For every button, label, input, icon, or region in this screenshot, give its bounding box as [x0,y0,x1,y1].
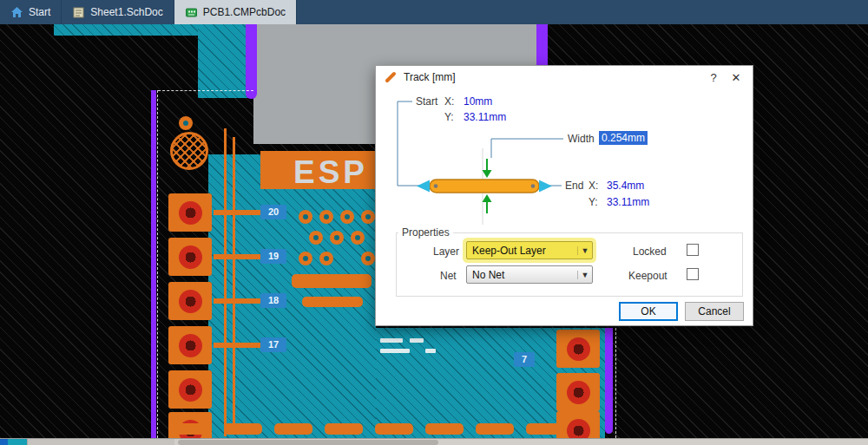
copper-trace [214,298,262,304]
copper-trace [224,128,227,436]
layer-label: Layer [433,245,459,258]
edge-pad [526,423,564,435]
start-x-value[interactable]: 10mm [464,95,492,108]
horizontal-scrollbar[interactable] [0,438,868,445]
via[interactable] [330,231,344,245]
tab-label: PCB1.CMPcbDoc [203,6,286,18]
silkscreen-mark [425,349,436,353]
via[interactable] [361,252,375,265]
net-dropdown[interactable]: No Net ▼ [466,265,593,284]
edge-pad [274,423,312,435]
pin-number-tag[interactable]: 19 [260,249,286,264]
keepout-track-vertical [536,24,548,68]
via[interactable] [299,252,312,265]
end-x-label: X: [589,180,598,192]
through-hole-pad[interactable] [168,370,212,409]
copper-pad-rect [292,274,372,288]
through-hole-pad[interactable] [168,282,212,320]
schematic-doc-icon [72,6,85,19]
silkscreen-text: ESP [293,154,368,191]
width-label: Width [568,133,595,145]
track-icon [385,71,397,83]
start-x-label: X: [444,95,454,108]
net-label: Net [440,270,457,282]
via[interactable] [319,210,333,224]
copper-trace [214,343,262,348]
end-y-label: Y: [589,196,598,208]
copper-trace [214,254,262,259]
copper-trace [233,137,235,432]
width-value[interactable]: 0.254mm [599,131,648,145]
tab-pcb1-cmpcbdoc[interactable]: PCB1.CMPcbDoc [174,0,297,24]
pin-number-tag[interactable]: 17 [260,337,286,352]
keepout-label: Keepout [628,270,667,282]
silkscreen-mark [380,338,403,343]
track-properties-dialog: Track [mm] ? ✕ [375,65,753,326]
end-x-value[interactable]: 35.4mm [607,180,644,192]
track-preview-graphic [376,66,754,239]
mounting-hole-keepout[interactable] [170,132,208,170]
pcb-doc-icon [185,6,198,19]
help-button[interactable]: ? [706,71,721,84]
edge-pad [375,423,413,435]
panel-tab-strip[interactable] [27,439,174,445]
room-outline-dashed [157,90,158,438]
chevron-down-icon: ▼ [577,246,592,255]
scrollbar-thumb[interactable] [178,440,438,445]
locked-checkbox[interactable] [687,244,699,256]
via[interactable] [309,231,323,245]
via[interactable] [179,116,193,130]
start-y-value[interactable]: 33.11mm [464,111,506,123]
via[interactable] [319,252,333,265]
through-hole-pad[interactable] [556,373,600,411]
layer-dropdown[interactable]: Keep-Out Layer ▼ [466,241,593,259]
properties-group: Layer Keep-Out Layer ▼ Locked Net No Net… [396,232,743,297]
pin-number-tag[interactable]: 18 [260,293,286,308]
via[interactable] [299,210,312,224]
keepout-checkbox[interactable] [687,268,699,280]
via[interactable] [340,210,354,224]
edge-pad [476,423,514,435]
through-hole-pad[interactable] [556,330,600,368]
silkscreen-mark [410,338,424,343]
cancel-button[interactable]: Cancel [685,302,744,321]
start-y-label: Y: [444,111,454,123]
tab-label: Start [29,6,50,18]
copper-plane-region [198,24,247,98]
start-label: Start [416,95,437,108]
dialog-title: Track [mm] [404,71,699,83]
tab-label: Sheet1.SchDoc [90,6,162,18]
pin-number-tag[interactable]: 7 [514,352,535,367]
tab-sheet1-schdoc[interactable]: Sheet1.SchDoc [62,0,174,24]
edge-pad [425,423,464,435]
pin-number-tag[interactable]: 20 [260,205,286,219]
panel-tab-blue[interactable] [0,439,8,445]
end-y-value[interactable]: 33.11mm [607,196,649,208]
tab-start[interactable]: Start [0,0,62,24]
close-icon[interactable]: ✕ [728,71,744,84]
via[interactable] [361,210,375,224]
edge-pad [325,423,363,435]
locked-label: Locked [633,245,667,258]
app-window: Start Sheet1.SchDoc PCB1.CMPcbDoc [0,0,868,445]
through-hole-pad[interactable] [168,326,212,364]
document-tab-bar: Start Sheet1.SchDoc PCB1.CMPcbDoc [0,0,868,24]
ok-button[interactable]: OK [619,302,678,321]
keepout-track-vertical [246,24,257,99]
layer-dropdown-value: Keep-Out Layer [467,245,577,257]
board-outline-right [605,328,613,434]
home-icon [10,6,23,19]
room-outline-dashed [158,90,253,91]
end-label: End [565,180,583,192]
copper-trace [214,210,262,215]
chevron-down-icon: ▼ [577,271,592,279]
through-hole-pad[interactable] [168,238,212,276]
net-dropdown-value: No Net [467,269,577,281]
silkscreen-mark [380,349,410,353]
room-outline-dashed [615,328,616,438]
panel-tab-teal[interactable] [8,439,27,445]
via[interactable] [351,231,365,245]
copper-pad-rect [302,297,363,307]
through-hole-pad[interactable] [168,193,212,232]
dialog-title-bar[interactable]: Track [mm] ? ✕ [376,66,753,88]
